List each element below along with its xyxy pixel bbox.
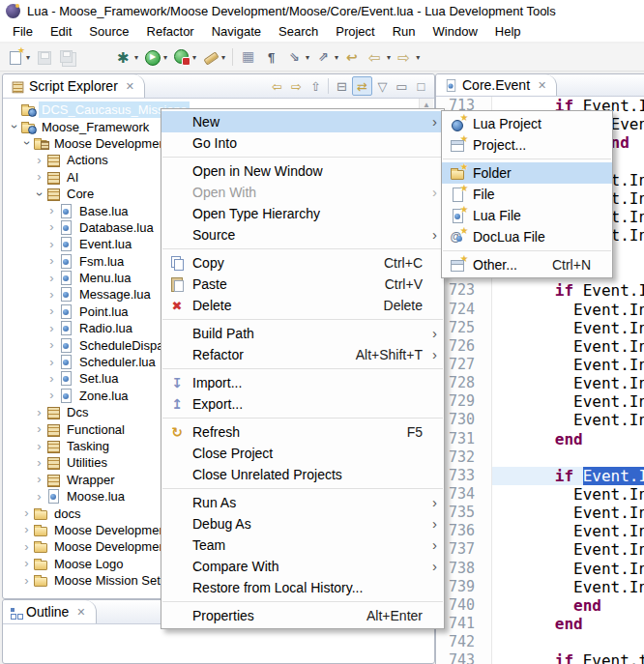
context-menu-item-close-unrelated-projects[interactable]: Close Unrelated Projects bbox=[161, 464, 444, 485]
dropdown-arrow-icon[interactable]: ▾ bbox=[192, 53, 196, 62]
last-edit-location-button[interactable] bbox=[342, 45, 364, 69]
minimize-button[interactable]: ▭ bbox=[393, 77, 411, 95]
run-button[interactable]: ▾ bbox=[142, 45, 169, 69]
context-menu-item-import[interactable]: ↧Import... bbox=[161, 372, 444, 393]
menubar-item-project[interactable]: Project bbox=[327, 21, 383, 42]
chevron-collapsed-icon[interactable]: › bbox=[45, 340, 58, 350]
context-menu-item-refresh[interactable]: ↻RefreshF5 bbox=[161, 421, 444, 443]
new-submenu-item-file[interactable]: ★File bbox=[442, 184, 612, 205]
chevron-collapsed-icon[interactable]: › bbox=[33, 172, 45, 182]
show-whitespace-button[interactable] bbox=[261, 45, 282, 69]
chevron-collapsed-icon[interactable]: › bbox=[45, 256, 58, 266]
chevron-collapsed-icon[interactable]: › bbox=[45, 222, 58, 232]
new-submenu-item-lua-file[interactable]: ★Lua File bbox=[442, 205, 612, 226]
chevron-collapsed-icon[interactable]: › bbox=[33, 492, 45, 502]
new-submenu-item-doclua-file[interactable]: ★DocLua File bbox=[442, 226, 612, 247]
link-with-editor-button[interactable]: ⇄ bbox=[352, 76, 372, 96]
tab-core-event[interactable]: Core.Event ✕ bbox=[436, 74, 557, 96]
up-button[interactable]: ⇧ bbox=[307, 77, 325, 95]
view-menu-button[interactable]: ▽ bbox=[373, 77, 392, 95]
external-tools-button[interactable]: ▾ bbox=[200, 45, 227, 69]
chevron-collapsed-icon[interactable]: › bbox=[45, 240, 58, 249]
menubar-item-file[interactable]: File bbox=[4, 21, 42, 42]
chevron-collapsed-icon[interactable]: › bbox=[33, 408, 45, 418]
dropdown-arrow-icon[interactable]: ▾ bbox=[335, 53, 338, 62]
context-menu-item-debug-as[interactable]: Debug As› bbox=[161, 513, 444, 534]
chevron-collapsed-icon[interactable]: › bbox=[20, 542, 33, 552]
context-menu-item-restore-from-local-history[interactable]: Restore from Local History... bbox=[161, 577, 444, 598]
chevron-collapsed-icon[interactable]: › bbox=[33, 442, 45, 451]
chevron-collapsed-icon[interactable]: › bbox=[20, 525, 33, 534]
chevron-collapsed-icon[interactable]: › bbox=[33, 458, 45, 468]
context-menu-item-run-as[interactable]: Run As› bbox=[161, 492, 444, 513]
context-menu-item-build-path[interactable]: Build Path› bbox=[161, 323, 444, 344]
back-button[interactable]: ⇦ bbox=[268, 77, 286, 95]
context-menu-item-open-type-hierarchy[interactable]: Open Type Hierarchy bbox=[161, 203, 444, 224]
back-history-button[interactable]: ▾ bbox=[366, 45, 393, 69]
chevron-collapsed-icon[interactable]: › bbox=[33, 156, 45, 165]
context-menu-item-go-into[interactable]: Go Into bbox=[161, 132, 444, 154]
new-submenu-item-project[interactable]: ★Project... bbox=[442, 134, 612, 156]
tab-outline[interactable]: Outline ✕ bbox=[3, 600, 97, 623]
chevron-collapsed-icon[interactable]: › bbox=[45, 290, 58, 300]
maximize-button[interactable]: □ bbox=[412, 77, 430, 95]
context-menu-item-source[interactable]: Source› bbox=[161, 224, 444, 245]
dropdown-arrow-icon[interactable]: ▾ bbox=[163, 53, 167, 62]
menubar-item-navigate[interactable]: Navigate bbox=[203, 21, 270, 42]
chevron-collapsed-icon[interactable]: › bbox=[45, 390, 58, 400]
chevron-collapsed-icon[interactable]: › bbox=[20, 559, 33, 568]
collapse-all-button[interactable]: ⊟ bbox=[333, 77, 351, 95]
context-menu-item-properties[interactable]: PropertiesAlt+Enter bbox=[161, 605, 444, 626]
context-menu-item-refactor[interactable]: RefactorAlt+Shift+T› bbox=[161, 344, 444, 365]
context-menu-item-open-in-new-window[interactable]: Open in New Window bbox=[161, 160, 444, 182]
context-menu-item-close-project[interactable]: Close Project bbox=[161, 443, 444, 464]
chevron-collapsed-icon[interactable]: › bbox=[45, 274, 58, 283]
new-wizard-button[interactable]: ▾ bbox=[5, 45, 32, 69]
tab-script-explorer[interactable]: Script Explorer ✕ bbox=[3, 74, 145, 98]
chevron-expanded-icon[interactable]: › bbox=[35, 188, 44, 200]
chevron-collapsed-icon[interactable]: › bbox=[45, 374, 58, 384]
context-menu-item-export[interactable]: ↥Export... bbox=[161, 393, 444, 415]
context-menu-item-compare-with[interactable]: Compare With› bbox=[161, 556, 444, 577]
close-icon[interactable]: ✕ bbox=[76, 606, 85, 619]
context-menu-item-paste[interactable]: PasteCtrl+V bbox=[161, 274, 444, 295]
forward-history-button[interactable]: ▾ bbox=[395, 45, 422, 69]
debug-button[interactable]: ▾ bbox=[113, 45, 140, 69]
chevron-collapsed-icon[interactable]: › bbox=[45, 358, 58, 367]
menubar-item-search[interactable]: Search bbox=[270, 21, 327, 42]
chevron-collapsed-icon[interactable]: › bbox=[45, 206, 58, 216]
context-menu-item-new[interactable]: New› bbox=[161, 111, 444, 132]
menubar-item-edit[interactable]: Edit bbox=[42, 21, 80, 42]
dropdown-arrow-icon[interactable]: ▾ bbox=[306, 53, 309, 62]
chevron-collapsed-icon[interactable]: › bbox=[33, 475, 45, 484]
chevron-expanded-icon[interactable]: › bbox=[22, 137, 32, 150]
chevron-collapsed-icon[interactable]: › bbox=[45, 324, 58, 333]
menubar-item-help[interactable]: Help bbox=[486, 21, 530, 42]
dropdown-arrow-icon[interactable]: ▾ bbox=[26, 53, 30, 62]
context-menu-item-team[interactable]: Team› bbox=[161, 534, 444, 556]
close-icon[interactable]: ✕ bbox=[538, 79, 546, 92]
menubar-item-window[interactable]: Window bbox=[424, 21, 486, 42]
context-menu-item-delete[interactable]: ✖DeleteDelete bbox=[161, 295, 444, 316]
context-menu-item-copy[interactable]: CopyCtrl+C bbox=[161, 252, 444, 274]
next-annotation-button[interactable]: ▾ bbox=[284, 45, 311, 69]
dropdown-arrow-icon[interactable]: ▾ bbox=[134, 53, 138, 62]
run-configuration-button[interactable]: ▾ bbox=[171, 45, 198, 69]
menubar-item-refactor[interactable]: Refactor bbox=[138, 21, 203, 42]
chevron-collapsed-icon[interactable]: › bbox=[20, 508, 33, 518]
dropdown-arrow-icon[interactable]: ▾ bbox=[221, 53, 225, 62]
menubar-item-run[interactable]: Run bbox=[384, 21, 424, 42]
dropdown-arrow-icon[interactable]: ▾ bbox=[416, 53, 420, 62]
previous-annotation-button[interactable]: ▾ bbox=[313, 45, 340, 69]
chevron-collapsed-icon[interactable]: › bbox=[33, 424, 45, 434]
new-submenu-item-folder[interactable]: ★Folder bbox=[442, 162, 612, 184]
dropdown-arrow-icon[interactable]: ▾ bbox=[387, 53, 391, 62]
chevron-collapsed-icon[interactable]: › bbox=[20, 576, 33, 586]
menubar-item-source[interactable]: Source bbox=[80, 21, 137, 42]
open-element-button[interactable] bbox=[238, 45, 259, 69]
chevron-expanded-icon[interactable]: › bbox=[10, 121, 19, 133]
forward-button[interactable]: ⇨ bbox=[287, 77, 306, 95]
new-submenu-item-lua-project[interactable]: ★Lua Project bbox=[442, 113, 612, 134]
new-submenu-item-other[interactable]: ★Other...Ctrl+N bbox=[442, 254, 612, 275]
chevron-collapsed-icon[interactable]: › bbox=[45, 306, 58, 316]
